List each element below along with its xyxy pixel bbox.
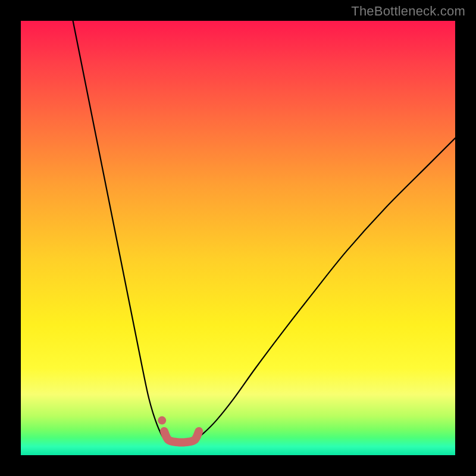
- left-curve: [73, 21, 167, 440]
- right-curve: [195, 138, 455, 440]
- bottom-highlight: [164, 431, 199, 443]
- chart-svg: [21, 21, 455, 455]
- watermark-text: TheBottleneck.com: [351, 4, 465, 19]
- chart-plot-area: [21, 21, 455, 455]
- highlight-dot: [158, 416, 166, 425]
